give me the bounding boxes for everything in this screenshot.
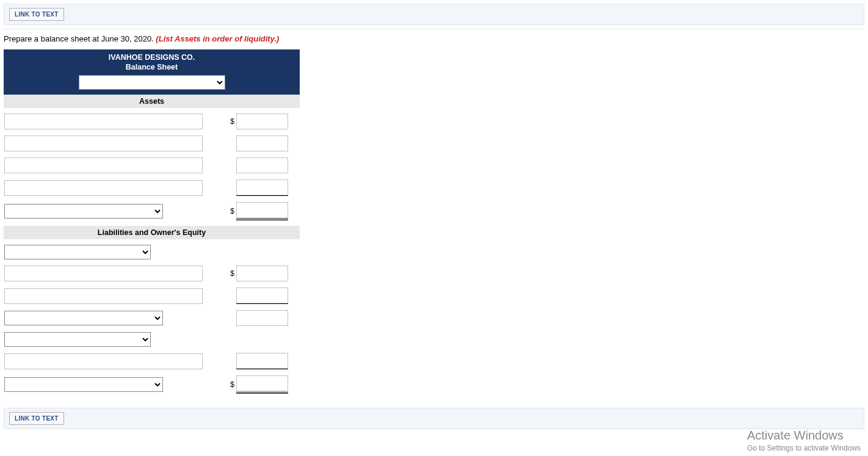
sheet-header: IVANHOE DESIGNS CO. Balance Sheet [4,49,300,95]
liabilities-equity-total-label-select[interactable] [4,377,163,392]
asset-amount-input[interactable] [236,136,288,151]
asset-label-input[interactable] [4,157,203,173]
currency-symbol [208,309,236,327]
link-to-text-bar-top: LINK TO TEXT [4,4,864,25]
asset-row [4,135,297,152]
instruction-main: Prepare a balance sheet at June 30, 2020… [4,34,156,43]
liabilities-subheading-select[interactable] [4,245,151,259]
liabilities-subheading-row [4,244,297,260]
assets-table: $ $ [4,108,297,226]
asset-amount-input[interactable] [236,114,288,129]
currency-symbol [208,179,236,197]
liability-amount-input[interactable] [236,288,288,303]
currency-symbol: $ [208,201,236,221]
liability-label-input[interactable] [4,266,203,281]
asset-label-input[interactable] [4,136,203,151]
currency-symbol: $ [208,265,236,282]
company-name: IVANHOE DESIGNS CO. [4,53,300,62]
link-to-text-button-top[interactable]: LINK TO TEXT [9,8,64,21]
liabilities-equity-table: $ [4,239,297,399]
asset-amount-input[interactable] [236,179,288,195]
equity-label-input[interactable] [4,353,203,369]
asset-row [4,157,297,174]
liabilities-subtotal-label-select[interactable] [4,311,163,325]
windows-activation-watermark: Activate Windows Go to Settings to activ… [747,429,861,433]
equity-row [4,352,297,370]
currency-symbol: $ [208,375,236,394]
watermark-line1: Activate Windows [747,429,861,433]
currency-symbol [208,157,236,174]
asset-row: $ [4,113,297,130]
asset-amount-input[interactable] [236,157,288,173]
link-to-text-button-bottom[interactable]: LINK TO TEXT [9,412,64,425]
equity-subheading-select[interactable] [4,332,151,347]
equity-amount-input[interactable] [236,353,288,369]
liability-row: $ [4,265,297,282]
asset-total-amount-input[interactable] [236,202,288,218]
currency-symbol: $ [208,113,236,130]
asset-row [4,179,297,197]
liability-amount-input[interactable] [236,266,288,281]
liabilities-equity-total-amount-input[interactable] [236,375,288,391]
currency-symbol [208,287,236,305]
equity-subheading-row [4,331,297,347]
liabilities-equity-total-row: $ [4,375,297,394]
statement-name: Balance Sheet [4,63,300,71]
date-select[interactable] [79,75,225,90]
assets-heading: Assets [4,95,300,108]
asset-total-label-select[interactable] [4,204,163,219]
liability-row [4,287,297,305]
liabilities-equity-heading: Liabilities and Owner's Equity [4,226,300,239]
link-to-text-bar-bottom: LINK TO TEXT [4,408,864,429]
currency-symbol [208,352,236,370]
instruction-hint: (List Assets in order of liquidity.) [156,34,279,43]
currency-symbol [208,135,236,152]
instruction-text: Prepare a balance sheet at June 30, 2020… [0,29,868,49]
liability-label-input[interactable] [4,288,203,304]
asset-label-input[interactable] [4,114,203,129]
balance-sheet: IVANHOE DESIGNS CO. Balance Sheet Assets… [4,49,864,399]
liabilities-subtotal-row [4,309,297,327]
asset-total-row: $ [4,201,297,221]
liabilities-subtotal-amount-input[interactable] [236,310,288,326]
asset-label-input[interactable] [4,180,203,196]
